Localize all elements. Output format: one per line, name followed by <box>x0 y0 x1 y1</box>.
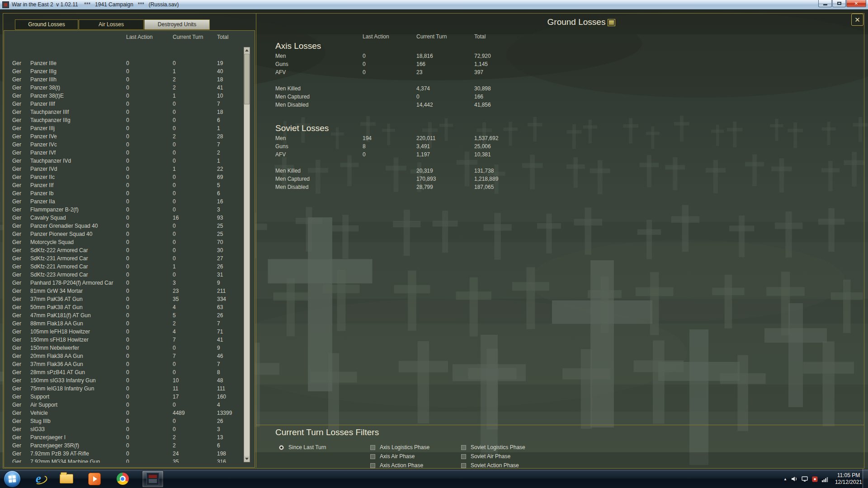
unit-last-action: 0 <box>126 100 173 108</box>
unit-last-action: 0 <box>126 295 173 303</box>
unit-last-action: 0 <box>126 222 173 230</box>
tab-destroyed-units[interactable]: Destroyed Units <box>144 19 210 30</box>
unit-last-action: 0 <box>126 263 173 271</box>
checkbox-soviet-air-phase[interactable]: Soviet Air Phase <box>461 452 525 461</box>
unit-last-action: 0 <box>126 189 173 197</box>
unit-last-action: 0 <box>126 67 173 75</box>
unit-loss-row: GerStug IIIb0026 <box>4 417 255 425</box>
unit-nation: Ger <box>12 417 30 425</box>
unit-loss-row: GerPanzer IVc007 <box>4 141 255 149</box>
hidden-icons-caret[interactable]: ▲ <box>783 477 787 481</box>
checkbox-icon <box>461 445 466 450</box>
unit-loss-row: Ger7.92mm PzB 39 AT-Rifle024198 <box>4 450 255 458</box>
unit-loss-row: Ger20mm Flak38 AA Gun0746 <box>4 352 255 360</box>
summary-row: Men Disabled28,799187,065 <box>275 183 628 191</box>
checkbox-icon <box>370 454 375 459</box>
unit-loss-row: GerPanzer IIa0016 <box>4 197 255 206</box>
unit-name: Flammpanzer B-2(f) <box>30 206 126 214</box>
minimize-button[interactable] <box>818 0 832 7</box>
checkbox-label: Axis Action Phase <box>380 462 423 469</box>
scrollbar[interactable] <box>244 47 250 462</box>
unit-current-turn: 0 <box>173 230 217 238</box>
monitor-icon[interactable] <box>802 476 808 482</box>
scroll-down-button[interactable] <box>244 456 250 462</box>
unit-nation: Ger <box>12 116 30 124</box>
unit-current-turn: 17 <box>173 393 217 401</box>
unit-current-turn: 0 <box>173 238 217 246</box>
volume-icon[interactable] <box>791 476 797 482</box>
tab-ground-losses[interactable]: Ground Losses <box>15 19 78 30</box>
unit-last-action: 0 <box>126 141 173 149</box>
radio-since-last-turn[interactable]: Since Last Turn <box>279 443 326 452</box>
unit-loss-row: GerSdKfz-222 Armored Car0030 <box>4 246 255 254</box>
summary-row: Men Disabled14,44241,856 <box>275 101 628 109</box>
summary-row: AFV01,19710,381 <box>275 150 628 159</box>
unit-name: Panzerjaeger I <box>30 433 126 441</box>
soviet-main-rows: Men194220,0111,537,692Guns83,49125,006AF… <box>275 134 628 159</box>
unit-loss-row: Ger50mm PaK38 AT Gun0463 <box>4 303 255 311</box>
unit-nation: Ger <box>12 352 30 360</box>
summary-header: Last Action Current Turn Total <box>275 33 628 40</box>
internet-explorer-button[interactable]: e <box>30 470 47 488</box>
antivirus-icon[interactable] <box>812 476 818 482</box>
unit-last-action: 0 <box>126 450 173 458</box>
unit-current-turn: 0 <box>173 417 217 425</box>
losses-summary: Last Action Current Turn Total Axis Loss… <box>275 30 628 191</box>
unit-name: Air Support <box>30 401 126 409</box>
unit-name: sIG33 <box>30 425 126 433</box>
unit-last-action: 0 <box>126 238 173 246</box>
unit-name: 88mm Flak18 AA Gun <box>30 319 126 328</box>
network-icon[interactable] <box>822 476 829 482</box>
checkbox-axis-action-phase[interactable]: Axis Action Phase <box>370 461 429 469</box>
scroll-up-button[interactable] <box>244 47 250 53</box>
unit-last-action: 0 <box>126 157 173 165</box>
war-in-the-east-2-taskbar-button[interactable] <box>142 470 164 488</box>
show-desktop-button[interactable] <box>863 469 868 488</box>
report-icon[interactable] <box>608 19 615 26</box>
unit-current-turn: 0 <box>173 181 217 189</box>
unit-current-turn: 0 <box>173 59 217 67</box>
unit-current-turn: 10 <box>173 376 217 385</box>
unit-current-turn: 3 <box>173 279 217 287</box>
close-button[interactable]: ✕ <box>846 0 866 7</box>
chrome-button[interactable] <box>114 470 131 488</box>
checkbox-soviet-action-phase[interactable]: Soviet Action Phase <box>461 461 525 469</box>
start-button[interactable] <box>4 470 21 488</box>
game-window: Ground Losses Air Losses Destroyed Units… <box>0 9 868 469</box>
axis-breakdown-rows: Men Killed4,37430,898Men Captured0166Men… <box>275 84 628 109</box>
unit-last-action: 0 <box>126 303 173 311</box>
checkbox-soviet-logistics-phase[interactable]: Soviet Logistics Phase <box>461 443 525 452</box>
unit-name: Panzer Ib <box>30 189 126 197</box>
unit-last-action: 0 <box>126 92 173 100</box>
unit-name: 105mm leFH18 Howitzer <box>30 328 126 336</box>
unit-nation: Ger <box>12 319 30 328</box>
unit-name: 47mm PaK181(f) AT Gun <box>30 311 126 319</box>
checkbox-axis-air-phase[interactable]: Axis Air Phase <box>370 452 429 461</box>
unit-nation: Ger <box>12 141 30 149</box>
unit-last-action: 0 <box>126 401 173 409</box>
unit-last-action: 0 <box>126 197 173 206</box>
scroll-thumb[interactable] <box>244 54 250 104</box>
unit-current-turn: 2 <box>173 75 217 84</box>
unit-last-action: 0 <box>126 385 173 393</box>
unit-current-turn: 7 <box>173 336 217 344</box>
media-player-button[interactable] <box>86 470 103 488</box>
maximize-button[interactable] <box>832 0 846 7</box>
taskbar-clock[interactable]: 11:05 PM 12/12/2021 <box>835 472 862 486</box>
screen-close-button[interactable]: ✕ <box>851 14 863 26</box>
unit-loss-row: GerFlammpanzer B-2(f)003 <box>4 206 255 214</box>
checkbox-axis-logistics-phase[interactable]: Axis Logistics Phase <box>370 443 429 452</box>
windows-explorer-button[interactable] <box>58 470 75 488</box>
unit-loss-row: GerAir Support004 <box>4 401 255 409</box>
unit-last-action: 0 <box>126 75 173 84</box>
checkbox-icon <box>370 463 375 468</box>
unit-loss-row: GerPanzerjaeger 35R(f)026 <box>4 441 255 450</box>
unit-last-action: 0 <box>126 441 173 450</box>
unit-nation: Ger <box>12 450 30 458</box>
unit-last-action: 0 <box>126 214 173 222</box>
tab-air-losses[interactable]: Air Losses <box>79 19 144 30</box>
summary-row: Men Captured170,8931,218,889 <box>275 175 628 183</box>
unit-loss-row: Ger81mm GrW 34 Mortar023211 <box>4 287 255 295</box>
media-player-icon <box>88 473 101 485</box>
unit-last-action: 0 <box>126 59 173 67</box>
